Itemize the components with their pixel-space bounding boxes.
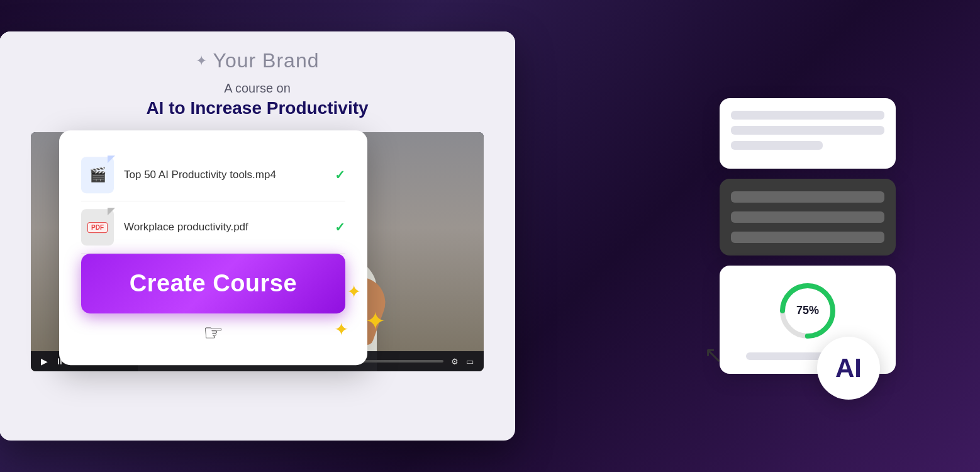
progress-percent-text: 75%	[796, 304, 819, 317]
course-subtitle: A course on	[224, 81, 291, 96]
hand-cursor: ☞	[81, 320, 345, 346]
video-file-item: 🎬 Top 50 AI Productivity tools.mp4 ✓	[81, 149, 345, 201]
skeleton-line-3	[731, 141, 823, 150]
ai-badge-label: AI	[835, 353, 862, 383]
ai-badge: AI	[817, 337, 880, 400]
dark-line-3	[731, 232, 884, 243]
create-course-button[interactable]: Create Course	[81, 254, 345, 313]
sparkle-icon-2: ✦	[347, 281, 361, 302]
settings-icon[interactable]: ⚙	[451, 357, 459, 366]
brand-sparkle-icon: ✦	[196, 53, 207, 69]
play-button[interactable]: ▶	[41, 356, 48, 366]
video-filename: Top 50 AI Productivity tools.mp4	[124, 169, 325, 181]
course-title: AI to Increase Productivity	[146, 98, 368, 118]
pdf-badge: PDF	[87, 222, 108, 233]
pdf-filename: Workplace productivity.pdf	[124, 221, 325, 233]
cursor-arrow: ↖	[704, 342, 723, 368]
skeleton-line-2	[731, 126, 884, 135]
pdf-file-item: PDF Workplace productivity.pdf ✓	[81, 201, 345, 254]
fullscreen-icon[interactable]: ▭	[466, 357, 474, 366]
progress-donut-chart: 75%	[776, 279, 839, 342]
skeleton-card-1	[720, 98, 896, 169]
video-file-icon: 🎬	[81, 157, 114, 193]
file-upload-card: 🎬 Top 50 AI Productivity tools.mp4 ✓ PDF…	[59, 130, 367, 365]
right-side-panel: 75%	[720, 98, 896, 374]
video-check-icon: ✓	[335, 167, 345, 183]
camera-icon: 🎬	[89, 167, 106, 183]
skeleton-line-1	[731, 111, 884, 120]
brand-name: Your Brand	[213, 49, 320, 72]
pdf-check-icon: ✓	[335, 220, 345, 235]
brand-logo: ✦ Your Brand	[196, 49, 320, 72]
panel-header: ✦ Your Brand A course on AI to Increase …	[0, 31, 515, 132]
dark-line-1	[731, 191, 884, 203]
pdf-file-icon: PDF	[81, 209, 114, 245]
cursor-icon: ☞	[203, 320, 223, 346]
dark-line-2	[731, 211, 884, 223]
dark-content-card	[720, 179, 896, 256]
